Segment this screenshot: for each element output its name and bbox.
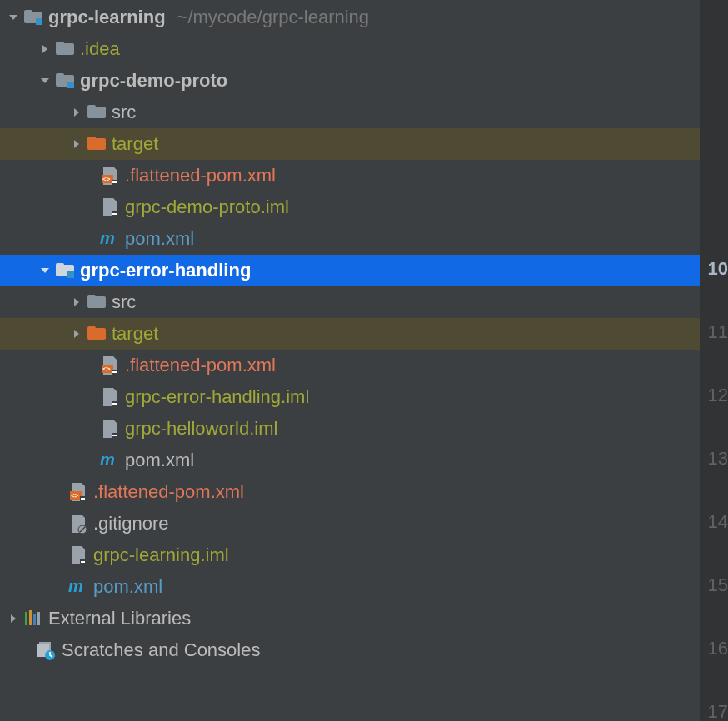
iml-file-icon xyxy=(98,420,122,438)
gutter-line: 17 xyxy=(700,696,728,721)
file-label: .flattened-pom.xml xyxy=(93,481,244,503)
svg-rect-6 xyxy=(56,73,64,78)
maven-icon: m xyxy=(98,231,122,247)
iml-file-icon xyxy=(98,388,122,406)
tree-row-file[interactable]: grpc-error-handling.iml xyxy=(0,381,700,413)
svg-rect-42 xyxy=(81,561,85,563)
module-label: grpc-error-handling xyxy=(80,260,251,281)
tree-row-file[interactable]: <> .flattened-pom.xml xyxy=(0,350,700,381)
module-folder-icon xyxy=(53,73,77,88)
svg-rect-46 xyxy=(33,614,36,625)
gutter-line xyxy=(700,127,728,158)
tree-row-file[interactable]: m pom.xml xyxy=(0,571,700,603)
project-name: grpc-learning xyxy=(48,7,166,28)
chevron-right-icon[interactable] xyxy=(68,329,85,339)
gutter-line xyxy=(700,32,728,63)
svg-rect-9 xyxy=(87,105,96,110)
tree-row-src[interactable]: src xyxy=(0,286,700,318)
project-tree[interactable]: grpc-learning ~/mycode/grpc-learning .id… xyxy=(0,0,700,721)
folder-label: target xyxy=(112,323,158,345)
chevron-right-icon[interactable] xyxy=(68,297,85,307)
folder-label: src xyxy=(112,291,136,313)
tree-row-file[interactable]: grpc-demo-proto.iml xyxy=(0,191,700,223)
tree-row-target[interactable]: target xyxy=(0,128,700,160)
svg-rect-21 xyxy=(67,271,74,278)
svg-rect-44 xyxy=(25,612,27,625)
excluded-folder-icon xyxy=(85,326,108,341)
tree-row-root[interactable]: grpc-learning ~/mycode/grpc-learning xyxy=(0,2,700,33)
tree-row-idea[interactable]: .idea xyxy=(0,33,700,65)
svg-rect-47 xyxy=(37,612,40,625)
folder-label: .idea xyxy=(80,38,120,60)
svg-rect-29 xyxy=(112,371,117,373)
iml-file-icon xyxy=(67,546,90,564)
folder-icon xyxy=(85,105,108,120)
folder-icon xyxy=(53,42,77,57)
svg-text:<>: <> xyxy=(102,176,111,183)
scratches-label: Scratches and Consoles xyxy=(62,639,260,661)
chevron-right-icon[interactable] xyxy=(68,107,85,117)
svg-text:m: m xyxy=(68,577,83,595)
gutter-line xyxy=(700,0,728,32)
external-libraries-icon xyxy=(22,610,45,627)
chevron-right-icon[interactable] xyxy=(37,44,53,54)
svg-rect-17 xyxy=(112,213,117,215)
scratches-icon xyxy=(35,641,58,659)
svg-rect-7 xyxy=(67,82,74,88)
ignored-file-icon xyxy=(67,515,90,533)
gutter-line xyxy=(700,475,728,506)
tree-row-module-selected[interactable]: grpc-error-handling xyxy=(0,255,700,286)
svg-text:m: m xyxy=(100,450,115,469)
external-libraries-label: External Libraries xyxy=(48,608,191,629)
tree-row-file[interactable]: grpc-learning.iml xyxy=(0,540,700,571)
editor-gutter: 10 11 12 13 14 15 16 17 18 19 20 xyxy=(700,0,728,721)
gutter-line xyxy=(700,158,728,190)
svg-text:<>: <> xyxy=(102,365,111,373)
tree-row-src[interactable]: src xyxy=(0,97,700,128)
xml-file-icon: <> xyxy=(98,167,122,185)
gutter-line: 15 xyxy=(700,569,728,601)
gutter-line: 13 xyxy=(700,443,728,475)
tree-row-file[interactable]: <> .flattened-pom.xml xyxy=(0,476,700,508)
gutter-line: 12 xyxy=(700,380,728,411)
project-path: ~/mycode/grpc-learning xyxy=(177,7,370,28)
gutter-line xyxy=(700,63,728,95)
file-label: pom.xml xyxy=(93,576,162,598)
gutter-line: 16 xyxy=(700,633,728,664)
svg-text:m: m xyxy=(100,229,115,247)
module-label: grpc-demo-proto xyxy=(80,70,227,92)
chevron-down-icon[interactable] xyxy=(37,266,53,276)
folder-label: src xyxy=(112,102,136,123)
tree-row-file[interactable]: grpc-helloworld.iml xyxy=(0,413,700,445)
file-label: grpc-demo-proto.iml xyxy=(125,196,289,218)
chevron-down-icon[interactable] xyxy=(37,76,53,86)
maven-icon: m xyxy=(67,579,90,595)
file-label: .gitignore xyxy=(93,513,169,535)
svg-rect-31 xyxy=(112,403,117,405)
chevron-right-icon[interactable] xyxy=(68,139,85,149)
svg-text:<>: <> xyxy=(71,492,79,500)
tree-row-file[interactable]: <> .flattened-pom.xml xyxy=(0,160,700,191)
gutter-line xyxy=(700,664,728,696)
gutter-line xyxy=(700,601,728,633)
folder-label: target xyxy=(112,133,158,155)
chevron-down-icon[interactable] xyxy=(5,12,22,22)
tree-row-scratches[interactable]: Scratches and Consoles xyxy=(0,634,700,666)
tree-row-target[interactable]: target xyxy=(0,318,700,350)
tree-row-file[interactable]: .gitignore xyxy=(0,508,700,540)
xml-file-icon: <> xyxy=(98,356,122,375)
tree-row-external-libraries[interactable]: External Libraries xyxy=(0,603,700,634)
tree-row-file[interactable]: m pom.xml xyxy=(0,223,700,255)
svg-rect-2 xyxy=(36,18,42,25)
xml-file-icon: <> xyxy=(67,483,90,501)
module-folder-icon xyxy=(53,263,77,278)
iml-file-icon xyxy=(98,198,122,216)
gutter-line xyxy=(700,221,728,253)
file-label: pom.xml xyxy=(125,450,194,471)
svg-rect-1 xyxy=(24,10,32,15)
gutter-line xyxy=(700,95,728,127)
tree-row-module[interactable]: grpc-demo-proto xyxy=(0,65,700,97)
tree-row-file[interactable]: m pom.xml xyxy=(0,445,700,476)
svg-rect-4 xyxy=(56,42,64,47)
chevron-right-icon[interactable] xyxy=(5,614,22,624)
